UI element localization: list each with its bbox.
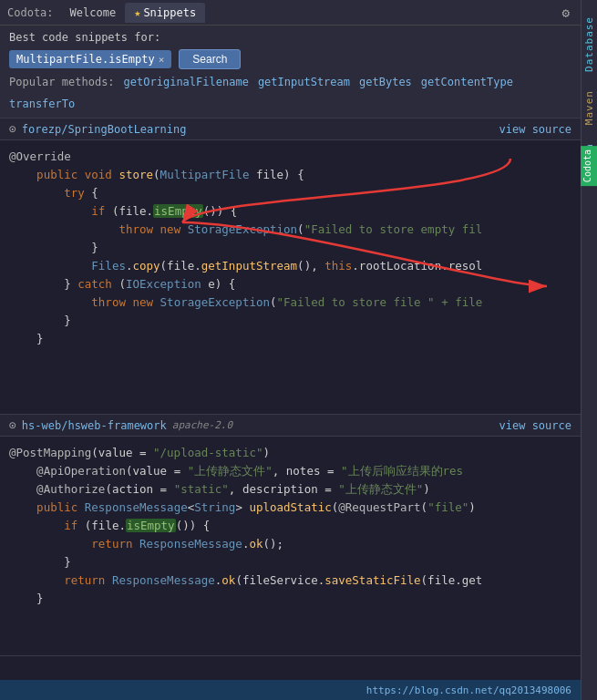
github-icon-2: ⊙ <box>9 418 16 432</box>
search-area: Best code snippets for: MultipartFile.is… <box>0 26 581 118</box>
search-button[interactable]: Search <box>179 49 241 69</box>
codota-badge[interactable]: Codota <box>581 146 597 186</box>
search-tag: MultipartFile.isEmpty × <box>9 50 171 68</box>
code-header-1: ⊙ forezp/SpringBootLearning view source <box>0 118 581 140</box>
star-icon: ★ <box>134 6 140 19</box>
status-bar: https://blog.csdn.net/qq2013498006 <box>0 680 581 700</box>
repo-info-1: ⊙ forezp/SpringBootLearning <box>9 122 186 136</box>
snippet-1: ⊙ forezp/SpringBootLearning view source … <box>0 118 581 415</box>
license-badge: apache-2.0 <box>172 419 232 431</box>
view-source-2[interactable]: view source <box>499 419 571 432</box>
popular-method-1[interactable]: getInputStream <box>258 76 350 88</box>
search-tag-text: MultipartFile.isEmpty <box>16 53 155 66</box>
popular-method-4[interactable]: transferTo <box>9 98 75 110</box>
view-source-1[interactable]: view source <box>499 123 571 136</box>
code-block-2: @PostMapping(value = "/upload-static") @… <box>0 437 581 655</box>
tab-welcome[interactable]: Welcome <box>61 3 126 23</box>
github-icon: ⊙ <box>9 122 16 136</box>
main-content: Best code snippets for: MultipartFile.is… <box>0 26 581 656</box>
repo-name-2[interactable]: hs-web/hsweb-framework <box>22 419 167 432</box>
tab-snippets[interactable]: ★Snippets <box>125 3 205 23</box>
top-bar: Codota: Welcome ★Snippets ⚙ ⋮ <box>0 0 597 26</box>
repo-name-1[interactable]: forezp/SpringBootLearning <box>22 123 187 136</box>
maven-panel-label[interactable]: Maven <box>582 83 597 132</box>
popular-method-3[interactable]: getContentType <box>421 76 513 88</box>
right-panel: Database Maven Codota <box>581 0 597 700</box>
snippet-2: ⊙ hs-web/hsweb-framework apache-2.0 view… <box>0 415 581 656</box>
popular-method-0[interactable]: getOriginalFilename <box>124 76 249 88</box>
popular-methods-row: Popular methods: getOriginalFilename get… <box>9 76 571 110</box>
app-name: Codota: <box>7 6 54 19</box>
status-url: https://blog.csdn.net/qq2013498006 <box>366 685 571 696</box>
close-icon[interactable]: × <box>159 54 165 66</box>
search-row: MultipartFile.isEmpty × Search <box>9 49 571 69</box>
database-panel-label[interactable]: Database <box>582 9 597 79</box>
settings-icon[interactable]: ⚙ <box>562 5 570 20</box>
code-block-1: @Override public void store(MultipartFil… <box>0 140 581 414</box>
search-label: Best code snippets for: <box>9 31 571 44</box>
popular-method-2[interactable]: getBytes <box>359 76 412 88</box>
popular-label: Popular methods: <box>9 76 115 88</box>
repo-info-2: ⊙ hs-web/hsweb-framework apache-2.0 <box>9 418 232 432</box>
code-header-2: ⊙ hs-web/hsweb-framework apache-2.0 view… <box>0 415 581 437</box>
